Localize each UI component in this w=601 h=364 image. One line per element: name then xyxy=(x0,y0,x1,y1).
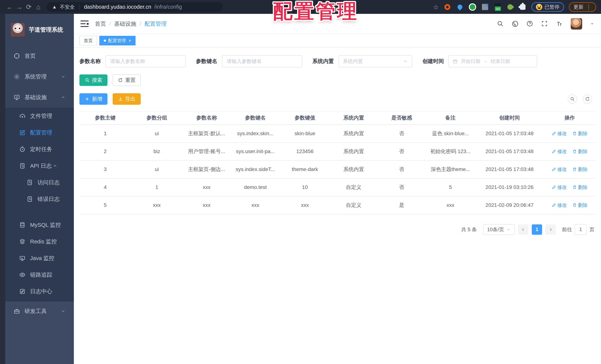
update-label: 更新 xyxy=(573,4,583,10)
sidebar-item-home[interactable]: 首页 xyxy=(5,46,74,66)
sidebar-collapse-icon[interactable] xyxy=(80,20,89,27)
filter-form: 参数名称 参数键名 系统内置 系统内置 创建时间 开始日期 - xyxy=(80,55,595,67)
font-size-icon[interactable] xyxy=(556,20,563,27)
profile-paused-button[interactable]: 已暂停 xyxy=(531,2,564,12)
sidebar-item-label: 文件管理 xyxy=(30,112,52,120)
sidebar-item-tracing[interactable]: 链路追踪 xyxy=(5,266,74,283)
param-name-input[interactable] xyxy=(105,55,186,67)
sidebar-item-system[interactable]: 系统管理 xyxy=(5,66,74,87)
extensions-puzzle-icon[interactable] xyxy=(519,3,527,11)
delete-link[interactable]: 删除 xyxy=(572,184,588,191)
browser-reload-button[interactable]: ⟳ xyxy=(24,3,34,11)
sidebar-item-label: 定时任务 xyxy=(30,145,52,153)
extension-orange-ring-icon[interactable] xyxy=(443,3,451,11)
goto-page-input[interactable] xyxy=(575,224,587,235)
page-number-1[interactable]: 1 xyxy=(532,224,542,235)
chevron-up-icon xyxy=(60,94,67,101)
trash-icon xyxy=(572,149,577,154)
sidebar-item-label: MySQL 监控 xyxy=(30,221,61,229)
help-question-icon[interactable] xyxy=(526,20,533,27)
search-icon[interactable] xyxy=(497,20,504,27)
table-row: 2 biz 用户管理-账号... sys.user.init-pa... 123… xyxy=(80,142,595,161)
delete-link[interactable]: 删除 xyxy=(572,202,588,209)
delete-link[interactable]: 删除 xyxy=(572,166,588,173)
browser-update-button[interactable]: 更新 ⋮ xyxy=(569,2,596,12)
browser-menu-kebab-icon[interactable]: ⋮ xyxy=(586,6,591,8)
edit-link[interactable]: 修改 xyxy=(552,130,567,137)
system-builtin-select[interactable]: 系统内置 xyxy=(339,55,412,67)
avatar-caret-down-icon[interactable] xyxy=(590,22,594,26)
paused-label: 已暂停 xyxy=(544,4,560,10)
sidebar-item-access-log[interactable]: 访问日志 xyxy=(5,174,74,191)
active-tab-dot xyxy=(104,40,106,42)
toggle-search-button[interactable] xyxy=(568,94,577,104)
param-key-input[interactable] xyxy=(222,55,302,67)
browser-forward-button[interactable]: → xyxy=(14,3,24,11)
edit-link[interactable]: 修改 xyxy=(552,202,567,209)
breadcrumb-current: 配置管理 xyxy=(145,20,167,28)
fullscreen-icon[interactable] xyxy=(541,20,548,27)
edit-icon xyxy=(552,203,556,207)
sidebar-item-label: 配置管理 xyxy=(30,129,52,136)
url-path: /infra/config xyxy=(154,4,182,10)
sidebar-item-dev-tools[interactable]: 研发工具 xyxy=(5,302,74,321)
edit-link[interactable]: 修改 xyxy=(552,184,567,191)
sidebar-item-scheduled-tasks[interactable]: 定时任务 xyxy=(5,141,74,158)
extension-sprout-icon[interactable] xyxy=(506,3,514,11)
sidebar-item-mysql-monitor[interactable]: MySQL 监控 xyxy=(5,217,74,233)
search-button[interactable]: 搜索 xyxy=(80,74,108,86)
security-warning-icon[interactable]: ▲ xyxy=(52,4,57,10)
sidebar-item-api-log[interactable]: API 日志 xyxy=(5,158,74,174)
page-unit-label: 页 xyxy=(589,226,594,233)
app-logo-row[interactable]: 芋道管理系统 xyxy=(5,14,74,46)
param-name-label: 参数名称 xyxy=(80,58,101,65)
extension-green-circle-icon[interactable] xyxy=(469,3,476,11)
sidebar-item-log-center[interactable]: 日志中心 xyxy=(5,283,74,300)
github-icon[interactable] xyxy=(512,20,519,27)
add-button[interactable]: 新增 xyxy=(80,93,108,105)
browser-back-button[interactable]: ← xyxy=(5,3,14,11)
refresh-table-button[interactable] xyxy=(583,94,592,104)
sidebar-item-java-monitor[interactable]: Java 监控 xyxy=(5,250,74,266)
prev-page-button[interactable] xyxy=(518,224,529,235)
address-bar[interactable]: ▲ 不安全 dashboard.yudao.iocoder.cn/infra/c… xyxy=(47,2,223,12)
extension-cn-badge-icon[interactable]: cn xyxy=(494,3,501,11)
edit-link[interactable]: 修改 xyxy=(552,148,567,155)
sidebar-item-redis-monitor[interactable]: Redis 监控 xyxy=(5,233,74,250)
bookmark-star-icon[interactable]: ☆ xyxy=(433,3,439,11)
breadcrumb: 首页 / 基础设施 / 配置管理 xyxy=(95,20,167,28)
breadcrumb-home[interactable]: 首页 xyxy=(95,20,106,28)
delete-link[interactable]: 删除 xyxy=(572,130,588,137)
browser-home-button[interactable]: ⌂ xyxy=(34,3,43,11)
close-icon[interactable]: × xyxy=(129,38,131,43)
breadcrumb-infrastructure[interactable]: 基础设施 xyxy=(114,20,136,28)
extension-pin-icon[interactable] xyxy=(456,3,464,11)
app-header: 首页 / 基础设施 / 配置管理 xyxy=(74,14,601,34)
sidebar-item-label: Java 监控 xyxy=(30,254,54,262)
export-button[interactable]: 导出 xyxy=(113,93,141,105)
sidebar-item-config-management[interactable]: 配置管理 xyxy=(5,124,74,141)
tab-config-management[interactable]: 配置管理 × xyxy=(99,36,136,45)
chevron-down-icon xyxy=(403,59,408,64)
extension-grid-icon[interactable] xyxy=(481,3,489,11)
security-label: 不安全 xyxy=(60,4,75,10)
edit-link[interactable]: 修改 xyxy=(552,166,567,173)
sidebar-item-infrastructure[interactable]: 基础设施 xyxy=(5,87,74,108)
trash-icon xyxy=(572,185,577,190)
delete-link[interactable]: 删除 xyxy=(572,148,588,155)
page-size-select[interactable]: 10条/页 xyxy=(483,224,515,235)
user-avatar[interactable] xyxy=(571,18,582,30)
sidebar-item-file-management[interactable]: 文件管理 xyxy=(5,108,74,124)
briefcase-icon xyxy=(13,308,20,314)
column-header: 系统内置 xyxy=(330,111,378,125)
next-page-button[interactable] xyxy=(545,224,556,235)
chevron-left-icon xyxy=(521,227,526,232)
sidebar-item-error-log[interactable]: 错误日志 xyxy=(5,191,74,207)
home-icon xyxy=(13,53,20,59)
tags-view-bar: 首页 配置管理 × xyxy=(74,34,601,48)
reset-button[interactable]: 重置 xyxy=(113,74,141,86)
date-range-picker[interactable]: 开始日期 - 结束日期 xyxy=(449,55,537,67)
tab-home[interactable]: 首页 xyxy=(80,36,97,45)
sidebar-submenu-infrastructure: 文件管理 配置管理 定时任务 API 日志 xyxy=(5,108,74,302)
cloud-upload-icon xyxy=(19,113,26,119)
